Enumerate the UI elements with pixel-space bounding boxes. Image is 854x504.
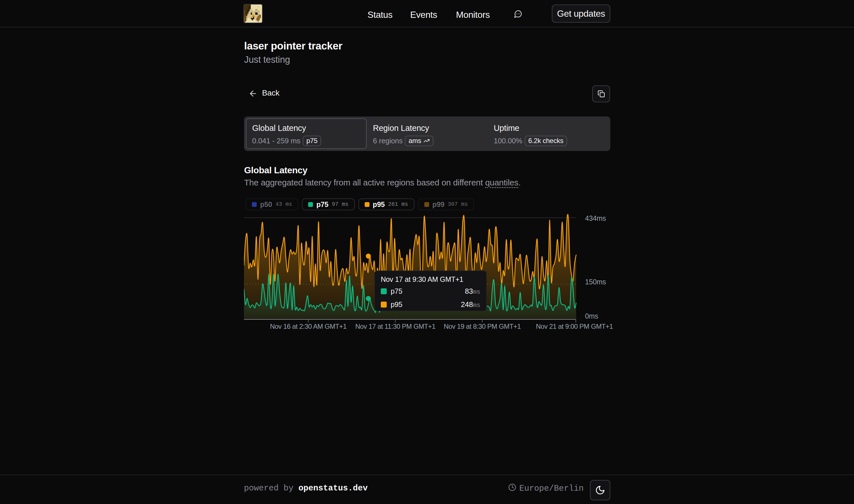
svg-text:150ms: 150ms bbox=[585, 278, 606, 286]
svg-text:434ms: 434ms bbox=[585, 214, 606, 222]
svg-text:Nov 16 at 2:30 AM GMT+1: Nov 16 at 2:30 AM GMT+1 bbox=[270, 323, 347, 330]
svg-text:0ms: 0ms bbox=[585, 312, 598, 320]
svg-text:Nov 21 at 9:00 PM GMT+1: Nov 21 at 9:00 PM GMT+1 bbox=[536, 323, 613, 330]
svg-text:Nov 19 at 8:30 PM GMT+1: Nov 19 at 8:30 PM GMT+1 bbox=[444, 323, 521, 330]
svg-text:Nov 17 at 11:30 PM GMT+1: Nov 17 at 11:30 PM GMT+1 bbox=[355, 323, 436, 330]
